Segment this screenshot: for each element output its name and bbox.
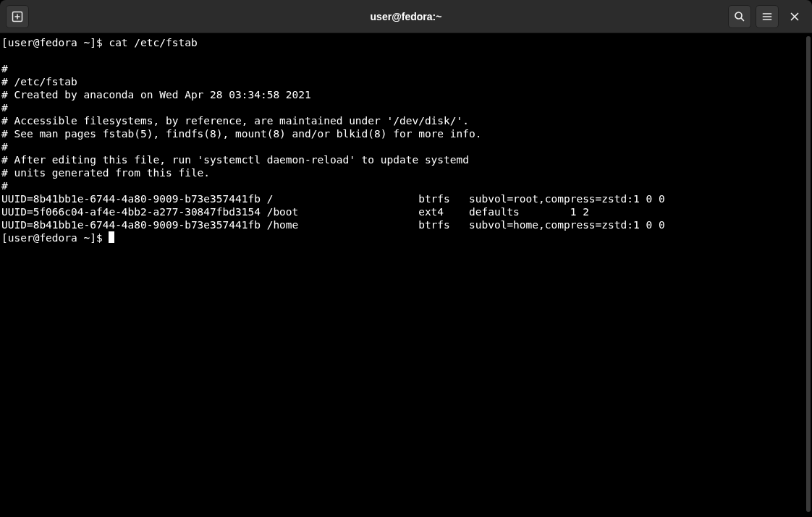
terminal-line: # units generated from this file. <box>1 166 811 179</box>
terminal-line: # <box>1 101 811 114</box>
new-tab-icon <box>12 11 23 22</box>
terminal-line: # Created by anaconda on Wed Apr 28 03:3… <box>1 88 811 101</box>
terminal-line: # <box>1 179 811 192</box>
scrollbar-thumb[interactable] <box>806 36 811 512</box>
terminal-line: # After editing this file, run 'systemct… <box>1 153 811 166</box>
hamburger-icon <box>761 11 773 22</box>
terminal-line: [user@fedora ~]$ cat /etc/fstab <box>1 36 811 49</box>
terminal-line: # <box>1 62 811 75</box>
search-button[interactable] <box>728 5 751 28</box>
terminal-line: # /etc/fstab <box>1 75 811 88</box>
terminal-prompt-line: [user@fedora ~]$ <box>1 231 811 244</box>
terminal-line: # Accessible filesystems, by reference, … <box>1 114 811 127</box>
cursor <box>109 231 114 243</box>
terminal-line: UUID=8b41bb1e-6744-4a80-9009-b73e357441f… <box>1 192 811 205</box>
window-headerbar: user@fedora:~ <box>0 0 812 33</box>
terminal-line: # See man pages fstab(5), findfs(8), mou… <box>1 127 811 140</box>
terminal-viewport[interactable]: [user@fedora ~]$ cat /etc/fstab## /etc/f… <box>0 33 812 517</box>
search-icon <box>734 11 745 22</box>
terminal-line <box>1 49 811 62</box>
window-title-container: user@fedora:~ <box>0 11 812 22</box>
terminal-line: UUID=5f066c04-af4e-4bb2-a277-30847fbd315… <box>1 205 811 218</box>
terminal-line: UUID=8b41bb1e-6744-4a80-9009-b73e357441f… <box>1 218 811 231</box>
shell-prompt: [user@fedora ~]$ <box>1 232 109 244</box>
terminal-output: [user@fedora ~]$ cat /etc/fstab## /etc/f… <box>1 36 811 244</box>
close-window-button[interactable] <box>783 5 806 28</box>
terminal-line: # <box>1 140 811 153</box>
close-icon <box>789 11 800 22</box>
hamburger-menu-button[interactable] <box>756 5 779 28</box>
new-tab-button[interactable] <box>6 5 29 28</box>
window-title: user@fedora:~ <box>371 11 442 22</box>
